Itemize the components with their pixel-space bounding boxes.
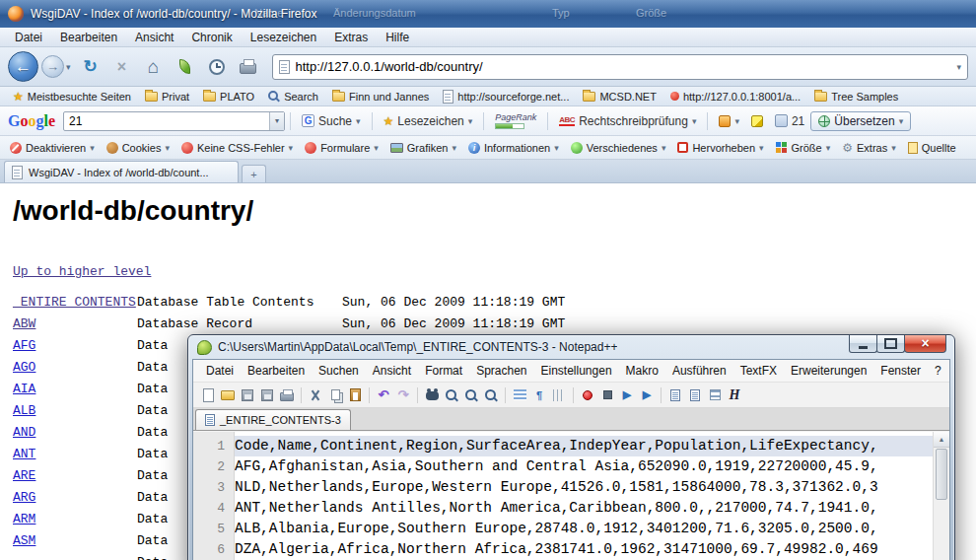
npp-menu-ansicht[interactable]: Ansicht <box>366 364 418 378</box>
spellcheck-button[interactable]: ABCRechtschreibprüfung▾ <box>553 114 702 128</box>
reload-button[interactable]: ↻ <box>79 55 103 79</box>
save-icon[interactable] <box>239 387 256 403</box>
npp-menu-einstellungen[interactable]: Einstellungen <box>534 364 619 378</box>
npp-menu-textfx[interactable]: TextFX <box>733 364 784 378</box>
paste-icon[interactable] <box>346 387 364 403</box>
html-preview-icon[interactable]: H <box>726 387 743 403</box>
copy-icon[interactable] <box>326 387 344 403</box>
bookmark-localhost-8001[interactable]: http://127.0.0.1:8001/a... <box>663 91 807 103</box>
feed-reader-button[interactable] <box>174 55 197 79</box>
doc-monitor-icon[interactable] <box>666 387 684 403</box>
wd-outline-menu[interactable]: Hervorheben▾ <box>671 142 769 154</box>
menu-ansicht[interactable]: Ansicht <box>126 31 182 44</box>
entry-link[interactable]: AGO <box>0 360 137 375</box>
wd-tools-menu[interactable]: ⚙Extras▾ <box>836 142 901 154</box>
scroll-up-arrow[interactable]: ▲ <box>934 432 949 448</box>
translate-button[interactable]: Übersetzen▾ <box>810 111 911 131</box>
address-bar[interactable]: ▾ <box>272 54 968 80</box>
bookmark-sourceforge[interactable]: http://sourceforge.net... <box>436 90 576 104</box>
entry-link[interactable]: ARM <box>0 512 137 526</box>
open-file-icon[interactable] <box>219 387 237 403</box>
history-button[interactable] <box>205 55 229 79</box>
wd-information-menu[interactable]: iInformationen▾ <box>462 142 565 154</box>
notepadpp-titlebar[interactable]: C:\Users\Martin\AppData\Local\Temp\_ENTI… <box>188 335 954 359</box>
print-button[interactable] <box>237 55 260 79</box>
wd-cookies-menu[interactable]: Cookies▾ <box>101 142 175 154</box>
autofill-button[interactable]: ▾ <box>713 115 745 127</box>
new-tab-button[interactable]: + <box>242 165 266 182</box>
stop-macro-icon[interactable] <box>598 387 616 403</box>
history-dropdown-caret[interactable]: ▾ <box>66 62 71 72</box>
google-bookmarks-button[interactable]: ★Lesezeichen▾ <box>378 114 479 128</box>
word-wrap-icon[interactable] <box>511 387 528 403</box>
wd-disable-menu[interactable]: Deaktivieren▾ <box>4 142 101 154</box>
bookmark-mcsd[interactable]: MCSD.NET <box>576 91 662 103</box>
google-search-input[interactable] <box>69 114 269 128</box>
close-button[interactable] <box>904 335 946 353</box>
replace-icon[interactable] <box>443 387 460 403</box>
entry-link[interactable]: AND <box>0 425 137 440</box>
record-macro-icon[interactable] <box>579 387 596 403</box>
minimize-button[interactable] <box>849 335 877 353</box>
save-all-icon[interactable] <box>258 387 276 403</box>
menu-hilfe[interactable]: Hilfe <box>377 31 418 44</box>
npp-menu-erweiterungen[interactable]: Erweiterungen <box>784 364 873 378</box>
find-icon[interactable] <box>423 387 441 403</box>
menu-chronik[interactable]: Chronik <box>182 31 241 44</box>
entry-link[interactable]: ASM <box>0 533 137 548</box>
maximize-button[interactable] <box>876 335 905 353</box>
zoom-in-icon[interactable] <box>462 387 480 403</box>
npp-menu-ausfuehren[interactable]: Ausführen <box>665 364 733 378</box>
menu-bearbeiten[interactable]: Bearbeiten <box>51 31 126 44</box>
cut-icon[interactable] <box>307 387 324 403</box>
entry-link[interactable]: _ENTIRE_CONTENTS <box>0 295 137 310</box>
entry-link[interactable]: ARE <box>0 468 137 483</box>
menu-extras[interactable]: Extras <box>325 31 377 44</box>
npp-menu-fenster[interactable]: Fenster <box>873 364 928 378</box>
bookmark-most-visited[interactable]: ★Meistbesuchte Seiten <box>6 90 138 104</box>
bookmark-tree-samples[interactable]: Tree Samples <box>807 91 905 103</box>
up-to-higher-level-link[interactable]: Up to higher level <box>13 264 151 279</box>
show-all-characters-icon[interactable]: ¶ <box>530 387 548 403</box>
wd-css-menu[interactable]: Keine CSS-Fehler▾ <box>175 142 299 154</box>
google-search-box[interactable]: ▾ <box>63 111 285 131</box>
entry-link[interactable]: ANT <box>0 447 137 461</box>
play-macro-icon[interactable]: ▶ <box>618 387 636 403</box>
pagerank-widget[interactable]: PageRank <box>489 113 542 129</box>
run-macro-multiple-icon[interactable]: ▶ <box>638 387 656 403</box>
npp-menu-suchen[interactable]: Suchen <box>312 364 366 378</box>
wd-viewsource-menu[interactable]: Quellte <box>902 142 962 154</box>
npp-menu-sprachen[interactable]: Sprachen <box>469 364 533 378</box>
npp-menu-bearbeiten[interactable]: Bearbeiten <box>241 364 312 378</box>
entry-link[interactable]: ARG <box>0 490 137 505</box>
npp-menu-help[interactable]: ? <box>928 364 948 378</box>
menu-datei[interactable]: Datei <box>6 31 51 44</box>
bookmark-search[interactable]: Search <box>261 91 325 103</box>
npp-tab-entire-contents[interactable]: _ENTIRE_CONTENTS-3 <box>195 409 351 430</box>
wd-forms-menu[interactable]: Formulare▾ <box>299 142 384 154</box>
google-search-button[interactable]: GSuche▾ <box>296 114 367 128</box>
npp-menu-format[interactable]: Format <box>418 364 469 378</box>
scrollbar-thumb[interactable] <box>936 449 947 500</box>
entry-link[interactable]: ABW <box>0 316 137 331</box>
wd-resize-menu[interactable]: Größe▾ <box>770 142 837 154</box>
forward-button[interactable]: → <box>41 55 64 78</box>
entry-link[interactable]: AFG <box>0 338 137 353</box>
doc-switcher-icon[interactable] <box>686 387 704 403</box>
npp-menu-datei[interactable]: Datei <box>199 364 241 378</box>
entry-link[interactable]: AIA <box>0 382 137 396</box>
wd-miscellaneous-menu[interactable]: Verschiedenes▾ <box>565 142 672 154</box>
zoom-out-icon[interactable] <box>482 387 500 403</box>
function-list-icon[interactable] <box>706 387 724 403</box>
back-button[interactable]: ← <box>8 51 38 82</box>
menu-lesezeichen[interactable]: Lesezeichen <box>242 31 325 44</box>
indent-guide-icon[interactable] <box>550 387 568 403</box>
bookmark-finn-und-jannes[interactable]: Finn und Jannes <box>325 91 436 103</box>
word-find-counter[interactable]: 21 <box>769 114 810 128</box>
new-file-icon[interactable] <box>199 387 217 403</box>
tab-wsgidav[interactable]: WsgiDAV - Index of /world-db/count... <box>4 161 239 182</box>
bookmark-privat[interactable]: Privat <box>138 91 196 103</box>
editor-area[interactable]: 1Code,Name,Continent,Region,SurfaceArea,… <box>193 432 949 560</box>
wd-images-menu[interactable]: Grafiken▾ <box>384 142 462 154</box>
google-search-dropdown[interactable]: ▾ <box>269 112 284 130</box>
